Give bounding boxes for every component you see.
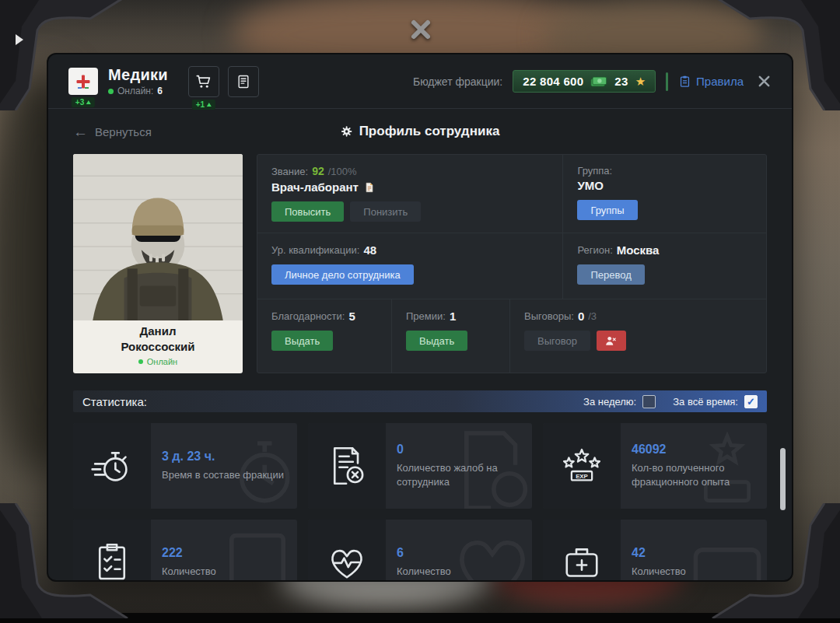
star-icon: ★ bbox=[635, 75, 646, 87]
rules-clipboard-icon bbox=[678, 75, 691, 88]
cart-icon bbox=[195, 73, 212, 90]
checkmark-icon: ✓ bbox=[745, 396, 757, 408]
reprimand-section: Выговоры: 0 /3 Выговор bbox=[509, 299, 766, 373]
alltime-filter-label: За всё время: bbox=[673, 396, 738, 408]
faction-budget: 22 804 600 23 ★ bbox=[513, 70, 656, 93]
faction-header: +3 Медики Онлайн: 6 bbox=[48, 54, 792, 109]
online-dot-icon bbox=[108, 89, 114, 94]
stat-card-faction-time: 3 д. 23 ч. Время в составе фракции bbox=[73, 423, 297, 509]
bonus-value: 1 bbox=[450, 310, 456, 323]
shop-cart-button[interactable] bbox=[188, 66, 219, 97]
medkit-icon bbox=[543, 520, 621, 580]
thanks-value: 5 bbox=[348, 310, 355, 323]
give-bonus-button[interactable]: Выдать bbox=[406, 331, 467, 351]
close-icon bbox=[757, 74, 772, 89]
gear-icon bbox=[341, 125, 353, 138]
stat-card-medkit: 42 Количество bbox=[543, 520, 767, 580]
promote-button[interactable]: Повысить bbox=[271, 201, 344, 222]
employee-first-name: Данил bbox=[140, 324, 177, 339]
online-status: Онлайн: 6 bbox=[108, 86, 168, 96]
page-title: Профиль сотрудника bbox=[341, 124, 500, 139]
faction-panel: +3 Медики Онлайн: 6 bbox=[48, 54, 792, 580]
heart-pulse-icon bbox=[308, 520, 386, 580]
bottom-black-bar bbox=[0, 613, 840, 623]
region-value: Москва bbox=[617, 243, 660, 257]
reprimand-button[interactable]: Выговор bbox=[524, 331, 590, 351]
region-section: Регион: Москва Перевод bbox=[562, 233, 766, 299]
statistics-bar: Статистика: За неделю: За всё время: ✓ bbox=[73, 390, 767, 412]
panel-close-button[interactable] bbox=[757, 74, 772, 89]
screen-close-icon[interactable] bbox=[409, 18, 432, 44]
back-arrow-icon: ← bbox=[73, 124, 88, 139]
thanks-section: Благодарности: 5 Выдать bbox=[257, 299, 391, 373]
bonus-section: Премии: 1 Выдать bbox=[391, 299, 509, 373]
budget-label: Бюджет фракции: bbox=[413, 75, 502, 88]
person-remove-icon bbox=[604, 334, 618, 348]
stat-card-exp: EXP 46092 Кол-во полученного фракционног… bbox=[543, 423, 767, 509]
scrollbar[interactable] bbox=[780, 448, 786, 510]
svg-text:EXP: EXP bbox=[576, 473, 588, 480]
exp-stars-icon: EXP bbox=[543, 423, 621, 509]
employee-online-status: Онлайн bbox=[138, 357, 177, 366]
fire-employee-button[interactable] bbox=[597, 331, 626, 351]
edge-expand-arrow-icon[interactable] bbox=[16, 34, 23, 45]
groups-button[interactable]: Группы bbox=[577, 200, 637, 220]
stopwatch-icon bbox=[73, 423, 151, 509]
invoice-icon bbox=[236, 74, 251, 89]
up-triangle-icon bbox=[207, 103, 212, 107]
employee-last-name: Рокоссоский bbox=[121, 340, 194, 355]
money-icon bbox=[590, 76, 607, 87]
header-divider bbox=[666, 72, 668, 91]
game-screen: +3 Медики Онлайн: 6 bbox=[0, 0, 840, 623]
stat-cards-grid: 3 д. 23 ч. Время в составе фракции bbox=[73, 423, 767, 580]
transfer-button[interactable]: Перевод bbox=[577, 264, 644, 285]
faction-name: Медики bbox=[108, 66, 168, 84]
alltime-checkbox[interactable]: ✓ bbox=[744, 395, 758, 408]
statistics-title: Статистика: bbox=[82, 395, 147, 408]
stat-card-heart: 6 Количество bbox=[308, 520, 532, 580]
employee-info-panel: Звание: 92 /100% Врач-лаборант bbox=[257, 154, 767, 373]
employee-photo-card: Данил Рокоссоский Онлайн bbox=[73, 154, 243, 373]
medic-faction-logo-icon bbox=[68, 68, 98, 95]
group-value: УМО bbox=[577, 179, 752, 192]
week-checkbox[interactable] bbox=[642, 395, 656, 408]
rules-link[interactable]: Правила bbox=[678, 75, 744, 88]
reprimand-value: 0 bbox=[578, 310, 584, 323]
employee-photo bbox=[73, 154, 243, 320]
qualification-section: Ур. квалификации: 48 Личное дело сотрудн… bbox=[257, 233, 562, 299]
up-triangle-icon bbox=[86, 100, 91, 104]
back-link[interactable]: ← Вернуться bbox=[73, 124, 152, 139]
dossier-doc-icon bbox=[364, 182, 375, 193]
online-dot-icon bbox=[138, 359, 143, 364]
qualification-value: 48 bbox=[363, 243, 376, 257]
stat-card-complaints: 0 Количество жалоб на сотрудника bbox=[308, 423, 532, 509]
personal-file-button[interactable]: Личное дело сотрудника bbox=[271, 264, 414, 285]
give-thanks-button[interactable]: Выдать bbox=[271, 331, 333, 351]
complaints-icon bbox=[308, 423, 386, 509]
rank-title: Врач-лаборант bbox=[271, 180, 359, 194]
members-increase-badge: +3 bbox=[72, 97, 95, 107]
rank-value: 92 bbox=[312, 165, 324, 177]
stat-card-checklist: 222 Количество bbox=[73, 520, 297, 580]
week-filter-label: За неделю: bbox=[583, 396, 636, 408]
demote-button[interactable]: Понизить bbox=[350, 201, 421, 222]
group-section: Группа: УМО Группы bbox=[562, 155, 766, 233]
cart-increase-badge: +1 bbox=[192, 100, 215, 110]
rank-section: Звание: 92 /100% Врач-лаборант bbox=[257, 155, 562, 233]
invoice-button[interactable] bbox=[228, 66, 259, 97]
checklist-icon bbox=[73, 520, 151, 580]
